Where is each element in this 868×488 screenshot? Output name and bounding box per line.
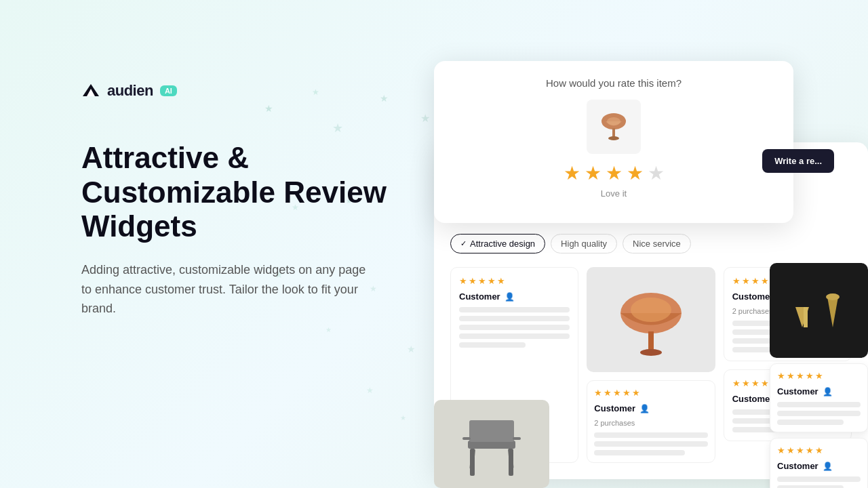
product-image-column: ★ ★ ★ ★ ★ Customer 👤 2 purchases xyxy=(587,267,715,463)
rating-widget-card: How would you rate this item? ★ ★ ★ ★ ★ … xyxy=(434,61,793,223)
lamp-purchases: 2 purchases xyxy=(594,419,707,427)
user-icon-2: 👤 xyxy=(639,404,650,413)
ov2-reviewer: Customer 👤 xyxy=(777,461,861,471)
filter-tag-service[interactable]: Nice service xyxy=(623,234,691,253)
rating-stars[interactable]: ★ ★ ★ ★ ★ xyxy=(450,162,777,184)
ov2-stars: ★ ★ ★ ★ ★ xyxy=(777,445,861,455)
filter-tag-quality[interactable]: High quality xyxy=(551,234,617,253)
star-3[interactable]: ★ xyxy=(606,162,623,184)
svg-text:★: ★ xyxy=(407,344,416,354)
overflow-review-card-1: ★ ★ ★ ★ ★ Customer 👤 xyxy=(770,363,868,432)
rc1-stars: ★ ★ ★ ★ ★ xyxy=(459,276,570,286)
svg-rect-29 xyxy=(804,307,808,327)
checkmark-icon: ✓ xyxy=(460,239,467,248)
logo-text: audien xyxy=(107,82,153,100)
dark-product-image xyxy=(770,263,868,358)
filter-tags: ✓ Attractive design High quality Nice se… xyxy=(450,234,852,253)
orange-lamp-svg xyxy=(610,276,692,364)
star-4[interactable]: ★ xyxy=(627,162,644,184)
user-icon: 👤 xyxy=(505,292,515,302)
svg-point-15 xyxy=(608,136,619,140)
golden-objects-svg xyxy=(785,277,853,344)
right-overflow-area: ★ ★ ★ ★ ★ Customer 👤 ★ ★ ★ ★ ★ Customer … xyxy=(770,263,868,488)
lamp-text xyxy=(594,432,707,455)
user-icon-5: 👤 xyxy=(823,387,833,396)
svg-rect-22 xyxy=(469,420,514,442)
hero-description: Adding attractive, customizable widgets … xyxy=(81,260,366,319)
star-2[interactable]: ★ xyxy=(585,162,601,184)
logo: audien AI xyxy=(81,81,407,100)
orange-lamp-image xyxy=(587,267,715,372)
lamp-icon xyxy=(593,106,634,147)
svg-text:★: ★ xyxy=(420,113,430,124)
lamp-rc-stars: ★ ★ ★ ★ ★ xyxy=(594,388,707,398)
filter-tag-attractive[interactable]: ✓ Attractive design xyxy=(450,234,545,253)
rc1-reviewer: Customer 👤 xyxy=(459,291,570,302)
star-5[interactable]: ★ xyxy=(648,162,665,184)
svg-text:★: ★ xyxy=(366,386,374,395)
product-image xyxy=(587,100,641,154)
logo-icon xyxy=(81,81,100,100)
svg-point-30 xyxy=(826,293,840,300)
overflow-review-card-2: ★ ★ ★ ★ ★ Customer 👤 xyxy=(770,438,868,488)
ov1-stars: ★ ★ ★ ★ ★ xyxy=(777,371,861,381)
svg-rect-28 xyxy=(513,437,521,440)
rc1-text xyxy=(459,307,570,348)
svg-point-16 xyxy=(607,117,620,125)
svg-text:★: ★ xyxy=(326,326,332,333)
lamp-review-card: ★ ★ ★ ★ ★ Customer 👤 2 purchases xyxy=(587,380,715,463)
ov1-text xyxy=(777,402,861,425)
chair-svg xyxy=(448,403,536,485)
hero-title: Attractive & Customizable Review Widgets xyxy=(81,141,407,244)
svg-rect-19 xyxy=(648,331,654,352)
svg-text:★: ★ xyxy=(400,414,406,422)
lamp-reviewer: Customer 👤 xyxy=(594,403,707,413)
star-1[interactable]: ★ xyxy=(564,162,580,184)
svg-point-20 xyxy=(640,349,662,356)
svg-rect-14 xyxy=(612,128,615,138)
svg-point-18 xyxy=(631,298,671,322)
ov1-reviewer: Customer 👤 xyxy=(777,386,861,396)
left-section: audien AI Attractive & Customizable Revi… xyxy=(81,81,407,319)
write-review-button[interactable]: Write a re... xyxy=(762,149,834,173)
chair-image xyxy=(434,400,549,488)
ov2-text xyxy=(777,476,861,488)
svg-rect-27 xyxy=(462,437,471,440)
widget-card-title: How would you rate this item? xyxy=(450,77,777,89)
love-label: Love it xyxy=(450,188,777,199)
user-icon-6: 👤 xyxy=(823,462,833,471)
logo-badge: AI xyxy=(160,85,177,96)
